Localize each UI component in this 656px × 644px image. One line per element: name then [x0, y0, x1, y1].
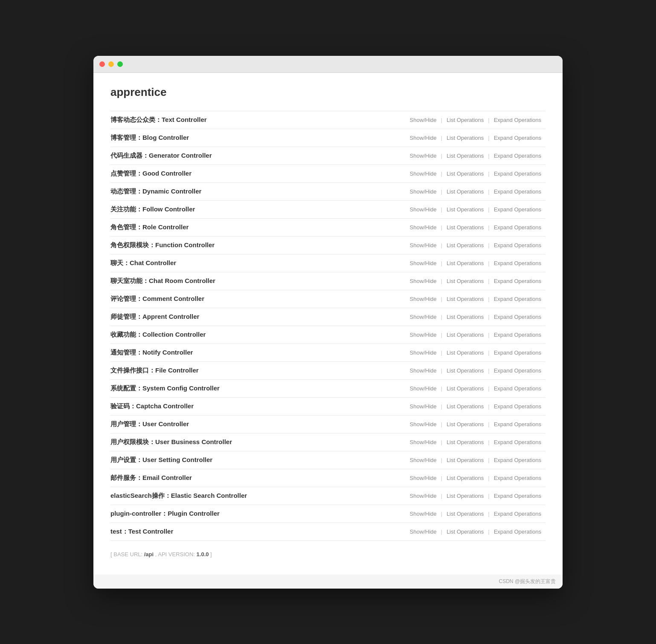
list-operations-link[interactable]: List Operations	[442, 135, 488, 141]
controller-name: test：Test Controller	[110, 528, 406, 536]
show-hide-link[interactable]: Show/Hide	[406, 332, 441, 338]
list-operations-link[interactable]: List Operations	[442, 457, 488, 463]
expand-operations-link[interactable]: Expand Operations	[490, 403, 546, 410]
table-row: 角色管理：Role ControllerShow/Hide|List Opera…	[110, 219, 546, 237]
controller-actions: Show/Hide|List Operations|Expand Operati…	[406, 242, 546, 248]
show-hide-link[interactable]: Show/Hide	[406, 511, 441, 517]
show-hide-link[interactable]: Show/Hide	[406, 224, 441, 231]
list-operations-link[interactable]: List Operations	[442, 439, 488, 445]
show-hide-link[interactable]: Show/Hide	[406, 278, 441, 284]
expand-operations-link[interactable]: Expand Operations	[490, 475, 546, 481]
show-hide-link[interactable]: Show/Hide	[406, 314, 441, 320]
list-operations-link[interactable]: List Operations	[442, 206, 488, 213]
table-row: 关注功能：Follow ControllerShow/Hide|List Ope…	[110, 201, 546, 219]
expand-operations-link[interactable]: Expand Operations	[490, 242, 546, 248]
expand-operations-link[interactable]: Expand Operations	[490, 349, 546, 356]
show-hide-link[interactable]: Show/Hide	[406, 421, 441, 427]
list-operations-link[interactable]: List Operations	[442, 314, 488, 320]
list-operations-link[interactable]: List Operations	[442, 528, 488, 535]
list-operations-link[interactable]: List Operations	[442, 332, 488, 338]
expand-operations-link[interactable]: Expand Operations	[490, 528, 546, 535]
list-operations-link[interactable]: List Operations	[442, 385, 488, 392]
show-hide-link[interactable]: Show/Hide	[406, 493, 441, 499]
show-hide-link[interactable]: Show/Hide	[406, 153, 441, 159]
expand-operations-link[interactable]: Expand Operations	[490, 296, 546, 302]
list-operations-link[interactable]: List Operations	[442, 511, 488, 517]
controller-name: 系统配置：System Config Controller	[110, 384, 406, 393]
table-row: 点赞管理：Good ControllerShow/Hide|List Opera…	[110, 165, 546, 183]
expand-operations-link[interactable]: Expand Operations	[490, 170, 546, 177]
controller-name: 点赞管理：Good Controller	[110, 170, 406, 178]
show-hide-link[interactable]: Show/Hide	[406, 349, 441, 356]
show-hide-link[interactable]: Show/Hide	[406, 117, 441, 123]
expand-operations-link[interactable]: Expand Operations	[490, 260, 546, 266]
controller-actions: Show/Hide|List Operations|Expand Operati…	[406, 403, 546, 410]
show-hide-link[interactable]: Show/Hide	[406, 457, 441, 463]
controller-name: 角色管理：Role Controller	[110, 223, 406, 231]
list-operations-link[interactable]: List Operations	[442, 421, 488, 427]
expand-operations-link[interactable]: Expand Operations	[490, 332, 546, 338]
expand-operations-link[interactable]: Expand Operations	[490, 493, 546, 499]
list-operations-link[interactable]: List Operations	[442, 117, 488, 123]
controller-actions: Show/Hide|List Operations|Expand Operati…	[406, 135, 546, 141]
expand-operations-link[interactable]: Expand Operations	[490, 457, 546, 463]
show-hide-link[interactable]: Show/Hide	[406, 385, 441, 392]
expand-operations-link[interactable]: Expand Operations	[490, 188, 546, 195]
expand-operations-link[interactable]: Expand Operations	[490, 206, 546, 213]
api-version: 1.0.0	[197, 551, 209, 557]
list-operations-link[interactable]: List Operations	[442, 367, 488, 374]
show-hide-link[interactable]: Show/Hide	[406, 367, 441, 374]
show-hide-link[interactable]: Show/Hide	[406, 260, 441, 266]
controller-actions: Show/Hide|List Operations|Expand Operati…	[406, 385, 546, 392]
expand-operations-link[interactable]: Expand Operations	[490, 367, 546, 374]
show-hide-link[interactable]: Show/Hide	[406, 242, 441, 248]
list-operations-link[interactable]: List Operations	[442, 403, 488, 410]
show-hide-link[interactable]: Show/Hide	[406, 296, 441, 302]
expand-operations-link[interactable]: Expand Operations	[490, 385, 546, 392]
controller-actions: Show/Hide|List Operations|Expand Operati…	[406, 457, 546, 463]
close-button[interactable]	[99, 61, 105, 67]
expand-operations-link[interactable]: Expand Operations	[490, 117, 546, 123]
expand-operations-link[interactable]: Expand Operations	[490, 278, 546, 284]
show-hide-link[interactable]: Show/Hide	[406, 206, 441, 213]
show-hide-link[interactable]: Show/Hide	[406, 439, 441, 445]
main-content: apprentice 博客动态公众类：Text ControllerShow/H…	[93, 73, 563, 575]
expand-operations-link[interactable]: Expand Operations	[490, 135, 546, 141]
show-hide-link[interactable]: Show/Hide	[406, 188, 441, 195]
minimize-button[interactable]	[108, 61, 114, 67]
expand-operations-link[interactable]: Expand Operations	[490, 153, 546, 159]
show-hide-link[interactable]: Show/Hide	[406, 135, 441, 141]
table-row: 验证码：Captcha ControllerShow/Hide|List Ope…	[110, 398, 546, 416]
controller-actions: Show/Hide|List Operations|Expand Operati…	[406, 224, 546, 231]
list-operations-link[interactable]: List Operations	[442, 493, 488, 499]
expand-operations-link[interactable]: Expand Operations	[490, 439, 546, 445]
expand-operations-link[interactable]: Expand Operations	[490, 314, 546, 320]
controller-name: 用户设置：User Setting Controller	[110, 456, 406, 464]
show-hide-link[interactable]: Show/Hide	[406, 528, 441, 535]
maximize-button[interactable]	[117, 61, 123, 67]
table-row: 用户权限模块：User Business ControllerShow/Hide…	[110, 433, 546, 451]
list-operations-link[interactable]: List Operations	[442, 278, 488, 284]
show-hide-link[interactable]: Show/Hide	[406, 403, 441, 410]
expand-operations-link[interactable]: Expand Operations	[490, 421, 546, 427]
list-operations-link[interactable]: List Operations	[442, 296, 488, 302]
traffic-lights	[99, 61, 123, 67]
show-hide-link[interactable]: Show/Hide	[406, 475, 441, 481]
expand-operations-link[interactable]: Expand Operations	[490, 224, 546, 231]
show-hide-link[interactable]: Show/Hide	[406, 170, 441, 177]
controller-name: 聊天：Chat Controller	[110, 259, 406, 267]
table-row: 系统配置：System Config ControllerShow/Hide|L…	[110, 380, 546, 398]
table-row: 通知管理：Notify ControllerShow/Hide|List Ope…	[110, 344, 546, 362]
controller-actions: Show/Hide|List Operations|Expand Operati…	[406, 314, 546, 320]
list-operations-link[interactable]: List Operations	[442, 349, 488, 356]
expand-operations-link[interactable]: Expand Operations	[490, 511, 546, 517]
list-operations-link[interactable]: List Operations	[442, 475, 488, 481]
list-operations-link[interactable]: List Operations	[442, 188, 488, 195]
list-operations-link[interactable]: List Operations	[442, 170, 488, 177]
list-operations-link[interactable]: List Operations	[442, 242, 488, 248]
controller-list: 博客动态公众类：Text ControllerShow/Hide|List Op…	[110, 111, 546, 541]
list-operations-link[interactable]: List Operations	[442, 153, 488, 159]
controller-name: 收藏功能：Collection Controller	[110, 331, 406, 339]
list-operations-link[interactable]: List Operations	[442, 260, 488, 266]
list-operations-link[interactable]: List Operations	[442, 224, 488, 231]
